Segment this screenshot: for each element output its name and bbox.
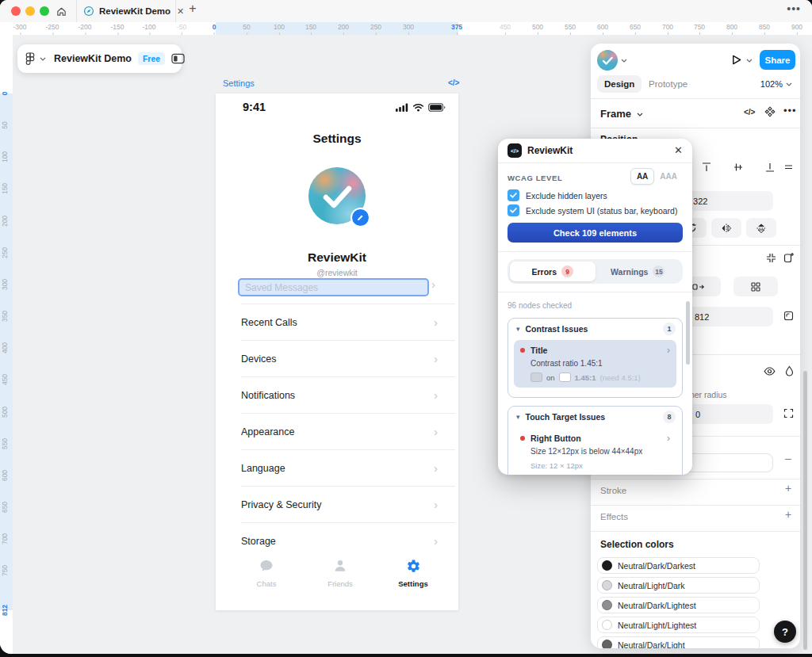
- tab-settings[interactable]: Settings: [385, 557, 441, 588]
- chevron-down-icon[interactable]: [746, 59, 753, 63]
- new-tab-button[interactable]: +: [184, 2, 201, 16]
- list-item[interactable]: Notifications ›: [241, 376, 455, 413]
- errors-tab[interactable]: Errors 9: [510, 262, 596, 281]
- tab-design[interactable]: Design: [597, 75, 642, 93]
- remove-fill-icon[interactable]: –: [785, 452, 791, 464]
- contrast-card-header[interactable]: ▾ Contrast Issues 1: [508, 319, 682, 339]
- selection-color-row[interactable]: Neutral/Dark/Darkest: [597, 557, 760, 574]
- flip-horizontal-icon[interactable]: [711, 218, 741, 238]
- blend-drop-icon[interactable]: [785, 365, 794, 376]
- plugin-scrollbar[interactable]: [686, 301, 690, 365]
- close-tab-icon[interactable]: ✕: [177, 6, 184, 17]
- plugin-tabs: Errors 9 Warnings 15: [508, 259, 683, 284]
- wcag-aaa-button[interactable]: AAA: [654, 169, 683, 184]
- selection-color-row[interactable]: Neutral/Dark/Light: [597, 636, 760, 648]
- plan-badge[interactable]: Free: [138, 52, 165, 65]
- ruler-tick: 600: [597, 23, 608, 31]
- chevron-down-icon[interactable]: [637, 113, 643, 117]
- align-top-icon[interactable]: [701, 162, 712, 173]
- add-effect-icon[interactable]: +: [785, 508, 791, 521]
- warnings-tab[interactable]: Warnings 15: [596, 262, 681, 281]
- canvas-scrollbar[interactable]: [803, 371, 807, 650]
- ruler-tick: 100: [274, 23, 285, 31]
- background-swatch: [559, 372, 571, 382]
- window-more-icon[interactable]: •••: [787, 2, 801, 15]
- zoom-value: 102%: [760, 79, 783, 89]
- zoom-control[interactable]: 102%: [760, 79, 792, 89]
- touch-card-header[interactable]: ▾ Touch Target Issues 8: [508, 407, 682, 427]
- list-item[interactable]: Language ›: [241, 449, 455, 486]
- ruler-tick: 750: [694, 23, 705, 31]
- list-item[interactable]: Recent Calls ›: [241, 304, 455, 340]
- layout-grid-option[interactable]: [733, 277, 778, 296]
- frame-more-icon[interactable]: •••: [783, 105, 797, 117]
- color-swatch: [602, 640, 612, 648]
- chevron-down-icon: [786, 82, 792, 86]
- component-icon[interactable]: [764, 106, 776, 117]
- ruler-tick: 900: [791, 23, 802, 31]
- figma-app-window: ReviewKit Demo ✕ + ••• -300 -250 -200 -1…: [0, 0, 812, 654]
- list-item[interactable]: Devices ›: [241, 340, 455, 376]
- shrink-to-fit-icon[interactable]: [766, 253, 776, 263]
- align-vertical-center-icon[interactable]: [733, 162, 744, 173]
- checkbox-checked-icon[interactable]: [508, 204, 519, 216]
- add-stroke-icon[interactable]: +: [785, 482, 791, 495]
- user-avatar[interactable]: [597, 50, 618, 71]
- settings-frame[interactable]: 9:41 Settings ReviewKit @reviewkit Saved…: [216, 94, 458, 610]
- align-bottom-icon[interactable]: [764, 162, 776, 173]
- file-name: ReviewKit Demo: [54, 53, 132, 64]
- list-item[interactable]: Privacy & Security ›: [241, 486, 455, 522]
- tab-friends[interactable]: Friends: [312, 557, 368, 588]
- ruler-tick: 300: [1, 279, 9, 290]
- color-name: Neutral/Dark/Darkest: [618, 561, 695, 571]
- frame-dev-mode-icon[interactable]: </>: [448, 78, 459, 87]
- ruler-tick: 200: [338, 23, 349, 31]
- constrain-proportions-icon[interactable]: [783, 311, 794, 321]
- ruler-tick: 850: [759, 23, 770, 31]
- edit-avatar-button[interactable]: [350, 208, 370, 227]
- profile-name: ReviewKit: [216, 250, 458, 265]
- flip-vertical-icon[interactable]: [746, 218, 776, 238]
- selection-color-row[interactable]: Neutral/Light/Lightest: [597, 617, 760, 633]
- file-tab[interactable]: ReviewKit Demo ✕: [76, 0, 176, 22]
- file-menu-chip[interactable]: ReviewKit Demo Free: [17, 44, 182, 73]
- present-play-icon[interactable]: [730, 54, 742, 66]
- home-icon[interactable]: [51, 3, 71, 19]
- color-name: Neutral/Light/Dark: [618, 581, 685, 590]
- traffic-light-minimize[interactable]: [25, 6, 35, 16]
- checkbox-row[interactable]: Exclude system UI (status bar, keyboard): [508, 204, 677, 216]
- contrast-issue-item[interactable]: Title › Contrast ratio 1.45:1 on 1.45:1 …: [514, 340, 676, 388]
- list-item[interactable]: Appearance ›: [241, 413, 455, 449]
- checkbox-checked-icon[interactable]: [508, 189, 519, 201]
- toggle-sidebar-icon[interactable]: [171, 53, 185, 64]
- traffic-light-zoom[interactable]: [40, 6, 49, 16]
- list-item[interactable]: Storage ›: [241, 522, 455, 559]
- check-elements-button[interactable]: Check 109 elements: [508, 223, 683, 243]
- chevron-down-icon[interactable]: [621, 59, 627, 63]
- touch-target-issue-item[interactable]: Right Button › Size 12×12px is below 44×…: [514, 428, 676, 475]
- frame-section-title[interactable]: Frame: [600, 108, 631, 120]
- ruler-tick: 400: [1, 342, 9, 353]
- dev-mode-icon[interactable]: </>: [744, 108, 755, 117]
- add-frame-icon[interactable]: [783, 252, 795, 263]
- independent-corners-icon[interactable]: [783, 408, 794, 418]
- color-name: Neutral/Light/Lightest: [618, 621, 696, 630]
- wcag-level-segmented-control: AA AAA: [630, 168, 683, 185]
- checkbox-row[interactable]: Exclude hidden layers: [508, 189, 607, 201]
- tab-prototype[interactable]: Prototype: [642, 75, 695, 93]
- share-button[interactable]: Share: [760, 50, 795, 70]
- chevron-right-icon: ›: [667, 345, 670, 356]
- eye-icon[interactable]: [764, 367, 776, 376]
- saved-messages-row-selected[interactable]: Saved Messages: [238, 278, 429, 296]
- issue-count-badge: 1: [663, 323, 676, 335]
- selection-color-row[interactable]: Neutral/Dark/Lightest: [597, 597, 760, 613]
- selection-color-row[interactable]: Neutral/Light/Dark: [597, 577, 760, 594]
- frame-label[interactable]: Settings: [223, 78, 255, 88]
- chevron-down-icon[interactable]: [40, 57, 46, 61]
- align-more-icon[interactable]: [783, 162, 794, 172]
- contrast-issues-card: ▾ Contrast Issues 1 Title › Contrast rat…: [508, 318, 683, 398]
- tab-chats[interactable]: Chats: [239, 557, 294, 588]
- close-plugin-icon[interactable]: ✕: [674, 144, 683, 156]
- help-button[interactable]: ?: [774, 621, 796, 643]
- wcag-aa-button[interactable]: AA: [630, 168, 654, 185]
